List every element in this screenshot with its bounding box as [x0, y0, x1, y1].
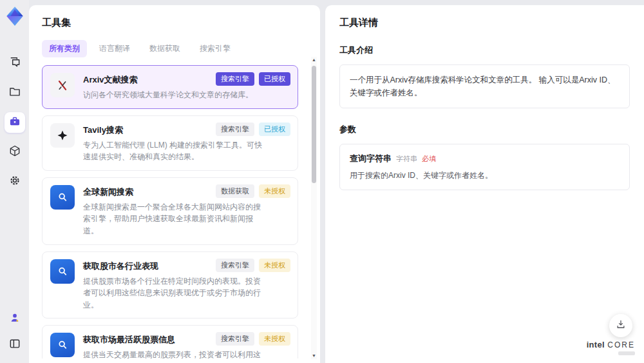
tool-list-panel: 工具集 所有类别 语言翻译 数据获取 搜索引擎 [29, 5, 320, 363]
param-description: 用于搜索的Arxiv ID、关键字或作者姓名。 [350, 170, 620, 181]
scrollbar-down-arrow[interactable]: ▼ [311, 353, 317, 359]
tool-description: 访问各个研究领域大量科学论文和文章的存储库。 [83, 89, 253, 101]
tool-description: 专为人工智能代理 (LLM) 构建的搜索引擎工具。可快速提供实时、准确和真实的结… [83, 139, 262, 163]
folder-icon [8, 85, 21, 101]
scrollbar-up-arrow[interactable]: ▲ [311, 57, 317, 63]
tool-tags: 搜索引擎 已授权 [216, 72, 290, 86]
intro-heading: 工具介绍 [339, 44, 630, 56]
tool-list: Arxiv文献搜索 访问各个研究领域大量科学论文和文章的存储库。 搜索引擎 已授… [42, 65, 307, 358]
tool-tags: 搜索引擎 未授权 [216, 332, 290, 346]
search-app-icon [50, 259, 75, 284]
params-heading: 参数 [339, 124, 630, 135]
scrollbar-thumb[interactable] [312, 66, 316, 183]
category-tag: 搜索引擎 [216, 332, 254, 346]
sidebar-item-models[interactable] [5, 142, 25, 162]
tool-tags: 搜索引擎 未授权 [216, 259, 290, 272]
category-tab[interactable]: 语言翻译 [92, 40, 137, 57]
tool-card[interactable]: 获取股市各行业表现 提供股票市场各个行业在特定时间段内的表现。投资者可以利用这些… [42, 251, 298, 319]
detail-title: 工具详情 [339, 17, 630, 29]
category-tab[interactable]: 所有类别 [42, 40, 87, 57]
auth-status-badge: 已授权 [259, 123, 290, 136]
chat-icon [8, 55, 21, 71]
app-logo-icon [4, 5, 26, 27]
download-button[interactable] [609, 314, 632, 337]
tool-card[interactable]: 全球新闻搜索 全球新闻搜索是一个聚合全球各大新闻网站内容的搜索引擎，帮助用户快速… [42, 177, 298, 245]
intro-text: 一个用于从Arxiv存储库搜索科学论文和文章的工具。 输入可以是Arxiv ID… [350, 74, 620, 99]
sidebar-item-settings[interactable] [5, 172, 25, 192]
sidebar-item-toolbox[interactable] [5, 112, 25, 133]
tool-tags: 数据获取 未授权 [216, 184, 290, 198]
param-type: 字符串 [396, 154, 417, 164]
tool-detail-panel: 工具详情 工具介绍 一个用于从Arxiv存储库搜索科学论文和文章的工具。 输入可… [325, 5, 644, 363]
gear-icon [8, 174, 21, 190]
core-wordmark: CORE [607, 340, 635, 349]
category-tab[interactable]: 数据获取 [142, 40, 187, 57]
search-app-icon [50, 333, 75, 357]
list-scrollbar[interactable]: ▲ ▼ [311, 57, 317, 359]
category-tabs: 所有类别 语言翻译 数据获取 搜索引擎 [42, 40, 307, 57]
tool-description: 提供当天交易量最高的股票列表，投资者可以利用这些信息来识别流动性强的股票和潜在的… [83, 349, 262, 358]
category-tag: 搜索引擎 [216, 72, 254, 86]
category-tag: 搜索引擎 [216, 259, 254, 272]
download-icon [615, 319, 627, 333]
panel-toggle-icon [8, 337, 21, 353]
sidebar-item-account[interactable] [5, 309, 25, 329]
auth-status-badge: 未授权 [259, 184, 290, 198]
category-tab-label: 语言翻译 [99, 44, 130, 53]
sidebar-item-collapse-panel[interactable] [5, 335, 25, 355]
tool-card[interactable]: Tavily搜索 专为人工智能代理 (LLM) 构建的搜索引擎工具。可快速提供实… [42, 115, 298, 171]
category-tab-label: 所有类别 [49, 44, 80, 53]
category-tag: 搜索引擎 [216, 123, 254, 136]
auth-status-badge: 未授权 [259, 259, 290, 272]
toolbox-icon [8, 115, 21, 130]
page-title: 工具集 [42, 17, 307, 29]
auth-status-badge: 已授权 [259, 72, 290, 86]
category-tab-label: 数据获取 [149, 44, 180, 53]
param-head: 查询字符串 字符串 必填 [350, 153, 620, 164]
tool-card[interactable]: 获取市场最活跃股票信息 提供当天交易量最高的股票列表，投资者可以利用这些信息来识… [42, 325, 298, 358]
intel-core-logo: intel CORE [587, 338, 635, 355]
param-box: 查询字符串 字符串 必填 用于搜索的Arxiv ID、关键字或作者姓名。 [339, 144, 630, 190]
category-tab-label: 搜索引擎 [200, 44, 231, 53]
param-name: 查询字符串 [350, 153, 392, 164]
param-required-badge: 必填 [422, 154, 436, 164]
category-tab[interactable]: 搜索引擎 [193, 40, 238, 57]
arxiv-logo-icon [50, 73, 75, 97]
category-tag: 数据获取 [216, 184, 254, 198]
tool-description: 提供股票市场各个行业在特定时间段内的表现。投资者可以利用这些信息来识别表现优于或… [83, 275, 262, 311]
tavily-star-icon [50, 123, 75, 148]
tool-tags: 搜索引擎 已授权 [216, 123, 290, 136]
ultra-badge [618, 351, 635, 355]
intel-wordmark: intel [587, 340, 605, 349]
user-icon [8, 311, 21, 327]
search-app-icon [50, 185, 75, 210]
app-sidebar [0, 0, 29, 363]
tool-card[interactable]: Arxiv文献搜索 访问各个研究领域大量科学论文和文章的存储库。 搜索引擎 已授… [42, 65, 298, 109]
auth-status-badge: 未授权 [259, 332, 290, 346]
tool-description: 全球新闻搜索是一个聚合全球各大新闻网站内容的搜索引擎，帮助用户快速获取全球最新资… [83, 201, 262, 237]
sidebar-item-files[interactable] [5, 83, 25, 103]
cube-icon [8, 144, 21, 160]
intro-box: 一个用于从Arxiv存储库搜索科学论文和文章的工具。 输入可以是Arxiv ID… [339, 64, 630, 108]
sidebar-item-chat[interactable] [5, 53, 25, 74]
